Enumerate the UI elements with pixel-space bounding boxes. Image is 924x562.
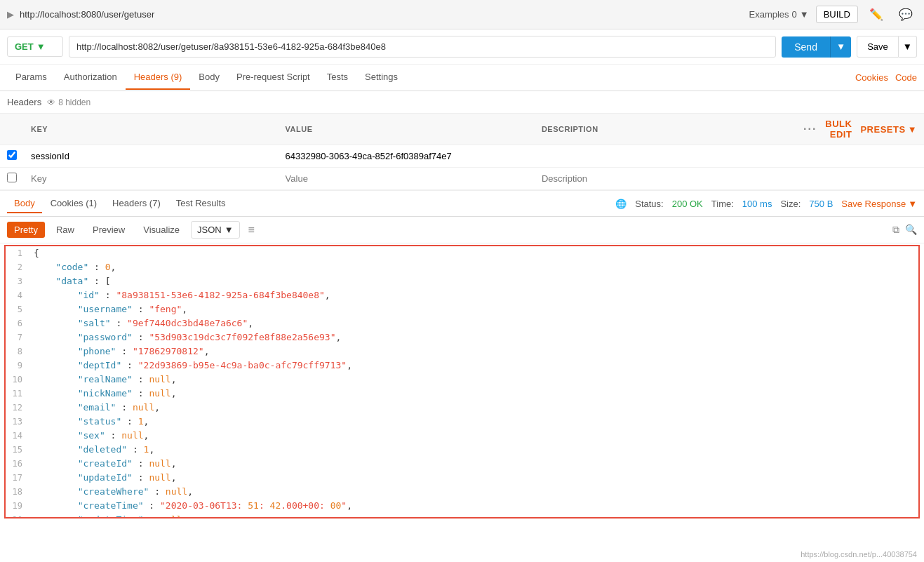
headers-title: Headers: [7, 97, 41, 107]
json-line: 12 "email" : null,: [6, 401, 918, 415]
response-status: 🌐 Status: 200 OK Time: 100 ms Size: 750 …: [615, 199, 917, 209]
value-input-2[interactable]: [286, 173, 528, 184]
th-actions: ··· Bulk Edit Presets ▼: [803, 119, 917, 140]
tab-params[interactable]: Params: [7, 65, 55, 90]
nav-tabs: Params Authorization Headers (9) Body Pr…: [0, 65, 924, 91]
line-number: 18: [6, 485, 31, 499]
code-link[interactable]: Code: [895, 72, 917, 83]
line-content: "code" : 0,: [31, 260, 918, 274]
json-line: 4 "id" : "8a938151-53e6-4182-925a-684f3b…: [6, 288, 918, 302]
url-input[interactable]: [69, 36, 776, 58]
format-tab-preview[interactable]: Preview: [86, 222, 132, 238]
line-content: "status" : 1,: [31, 415, 918, 429]
line-number: 6: [6, 316, 31, 330]
json-line: 18 "createWhere" : null,: [6, 485, 918, 499]
line-number: 8: [6, 344, 31, 359]
save-response-button[interactable]: Save Response ▼: [841, 199, 917, 209]
eye-icon: 👁: [47, 98, 55, 107]
tab-settings[interactable]: Settings: [356, 65, 406, 90]
send-button[interactable]: Send: [782, 36, 830, 58]
line-number: 1: [6, 246, 31, 260]
json-line: 6 "salt" : "9ef7440dc3bd48e7a6c6",: [6, 316, 918, 330]
examples-button[interactable]: Examples 0 ▼: [749, 9, 809, 20]
line-number: 13: [6, 415, 31, 429]
line-content: "deptId" : "22d93869-b95e-4c9a-ba0c-afc7…: [31, 359, 918, 373]
format-tab-visualize[interactable]: Visualize: [136, 222, 187, 238]
tab-headers[interactable]: Headers (9): [126, 65, 191, 90]
format-type-dropdown-icon: ▼: [225, 225, 234, 235]
json-line: 5 "username" : "feng",: [6, 302, 918, 316]
value-input-1[interactable]: [286, 151, 528, 161]
more-options-icon[interactable]: ···: [803, 123, 817, 135]
json-container: 1{2 "code" : 0,3 "data" : [4 "id" : "8a9…: [4, 245, 920, 518]
presets-button[interactable]: Presets ▼: [860, 124, 917, 135]
format-tab-raw[interactable]: Raw: [49, 222, 81, 238]
json-line: 13 "status" : 1,: [6, 415, 918, 429]
key-input-1[interactable]: [31, 151, 272, 161]
cookies-link[interactable]: Cookies: [855, 72, 888, 83]
resp-tab-test-results[interactable]: Test Results: [169, 194, 233, 213]
method-select[interactable]: GET ▼: [7, 36, 63, 57]
response-tabs: Body Cookies (1) Headers (7) Test Result…: [7, 194, 233, 213]
tab-authorization[interactable]: Authorization: [55, 65, 126, 90]
line-content: "createId" : null,: [31, 457, 918, 471]
checkbox-col-header: [0, 114, 24, 145]
chevron-down-icon: ▼: [800, 9, 809, 20]
table-row: [0, 168, 924, 190]
time-value: 100 ms: [742, 199, 772, 209]
top-bar-url: http://localhost:8080/user/getuser: [20, 9, 154, 20]
status-label: Status:: [635, 199, 663, 209]
line-number: 7: [6, 330, 31, 344]
row-checkbox-2[interactable]: [7, 173, 17, 182]
request-bar: GET ▼ Send ▼ Save ▼: [0, 29, 924, 65]
line-content: {: [31, 246, 918, 260]
json-line: 15 "deleted" : 1,: [6, 443, 918, 457]
size-value: 750 B: [809, 199, 833, 209]
hidden-count: 8 hidden: [58, 98, 91, 107]
description-input-1[interactable]: [542, 151, 789, 161]
line-number: 2: [6, 260, 31, 274]
save-response-dropdown-icon: ▼: [908, 199, 917, 209]
send-dropdown[interactable]: ▼: [830, 36, 851, 58]
wrap-icon[interactable]: ≡: [248, 224, 255, 236]
description-input-2[interactable]: [542, 173, 789, 184]
save-button[interactable]: Save: [857, 36, 899, 58]
line-number: 5: [6, 302, 31, 316]
line-content: "salt" : "9ef7440dc3bd48e7a6c6",: [31, 316, 918, 330]
resp-tab-headers[interactable]: Headers (7): [105, 194, 168, 213]
line-number: 14: [6, 429, 31, 443]
line-number: 4: [6, 288, 31, 302]
format-tab-pretty[interactable]: Pretty: [7, 222, 45, 238]
json-line: 9 "deptId" : "22d93869-b95e-4c9a-ba0c-af…: [6, 359, 918, 373]
comment-icon[interactable]: 💬: [895, 6, 917, 22]
json-line: 14 "sex" : null,: [6, 429, 918, 443]
line-content: "data" : [: [31, 274, 918, 288]
edit-icon[interactable]: ✏️: [865, 6, 888, 22]
json-line: 11 "nickName" : null,: [6, 387, 918, 401]
method-dropdown-icon: ▼: [36, 41, 46, 52]
tab-tests[interactable]: Tests: [319, 65, 356, 90]
description-col-header: DESCRIPTION: [535, 114, 796, 145]
table-row: [0, 145, 924, 168]
copy-icon[interactable]: ⧉: [892, 224, 899, 236]
tab-body[interactable]: Body: [190, 65, 228, 90]
row-checkbox-1[interactable]: [7, 150, 17, 160]
json-line: 20 "updateTime" : null: [6, 513, 918, 518]
json-line: 17 "updateId" : null,: [6, 471, 918, 485]
bulk-edit-button[interactable]: Bulk Edit: [825, 119, 852, 140]
arrow-icon: ▶: [7, 9, 14, 20]
globe-icon: 🌐: [615, 199, 627, 209]
resp-tab-cookies[interactable]: Cookies (1): [43, 194, 104, 213]
format-type-select[interactable]: JSON ▼: [191, 221, 240, 239]
json-line: 19 "createTime" : "2020-03-06T13: 51: 42…: [6, 499, 918, 513]
line-number: 16: [6, 457, 31, 471]
search-icon[interactable]: 🔍: [905, 224, 917, 236]
status-value: 200 OK: [672, 199, 703, 209]
resp-tab-body[interactable]: Body: [7, 194, 42, 213]
examples-count: 0: [792, 9, 797, 20]
tab-pre-request[interactable]: Pre-request Script: [228, 65, 319, 90]
key-input-2[interactable]: [31, 173, 272, 184]
save-dropdown[interactable]: ▼: [899, 36, 917, 58]
build-button[interactable]: BUILD: [816, 6, 858, 23]
headers-table: KEY VALUE DESCRIPTION ··· Bulk Edit Pres…: [0, 114, 924, 190]
